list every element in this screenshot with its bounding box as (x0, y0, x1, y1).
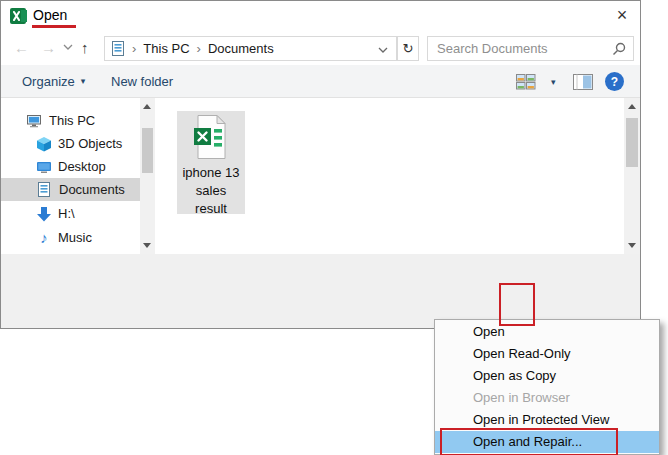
preview-pane-icon[interactable] (573, 74, 593, 90)
sidebar-label: H:\ (58, 206, 75, 221)
search-icon[interactable] (612, 42, 626, 56)
excel-app-icon (10, 7, 28, 25)
dialog-title: Open (33, 7, 67, 23)
scroll-down-icon[interactable] (628, 243, 636, 248)
screenshot-stage: Open × ← → ↑ › This PC (0, 0, 668, 455)
up-icon[interactable]: ↑ (81, 38, 89, 58)
scroll-up-icon[interactable] (628, 104, 636, 109)
breadcrumb-separator: › (132, 41, 136, 56)
sidebar-item-h-drive[interactable]: H:\ (1, 202, 140, 225)
breadcrumb-documents[interactable]: Documents (208, 41, 274, 56)
folder-location-icon (111, 40, 125, 57)
sidebar-label: Documents (59, 182, 125, 197)
file-item-selected[interactable]: iphone 13 sales result (177, 111, 245, 214)
computer-icon (26, 113, 42, 129)
organize-button[interactable]: Organize ▾ (22, 65, 85, 97)
menu-item-open[interactable]: Open (435, 321, 659, 343)
navigation-bar: ← → ↑ › This PC › Documents (1, 31, 640, 65)
open-split-menu: Open Open Read-Only Open as Copy Open in… (434, 319, 660, 455)
sidebar-label: 3D Objects (58, 136, 122, 151)
menu-item-open-in-protected-view[interactable]: Open in Protected View (435, 409, 659, 431)
forward-icon[interactable]: → (41, 38, 56, 58)
scroll-down-icon[interactable] (143, 243, 151, 248)
organize-dropdown-icon: ▾ (81, 76, 86, 86)
sidebar-item-music[interactable]: ♪ Music (1, 226, 140, 249)
cube-icon (36, 136, 52, 152)
document-icon (36, 181, 52, 198)
file-list-scrollbar-thumb[interactable] (626, 118, 638, 167)
recent-locations-chevron-icon[interactable] (63, 44, 73, 50)
back-icon[interactable]: ← (14, 38, 29, 58)
file-name-line: iphone 13 (177, 164, 245, 182)
command-toolbar: Organize ▾ New folder ▾ (1, 65, 640, 98)
breadcrumb-this-pc[interactable]: This PC (143, 41, 189, 56)
music-icon: ♪ (36, 229, 52, 246)
close-button[interactable]: × (607, 2, 637, 29)
drive-arrow-icon (36, 206, 52, 222)
file-name-line: result (177, 200, 245, 218)
refresh-icon: ↻ (403, 41, 414, 56)
menu-item-open-and-repair[interactable]: Open and Repair... (435, 431, 659, 453)
sidebar-item-documents[interactable]: Documents (1, 178, 140, 201)
title-bar: Open × (1, 1, 640, 31)
open-dialog: Open × ← → ↑ › This PC (0, 0, 641, 329)
sidebar-scrollbar-thumb[interactable] (142, 128, 153, 173)
refresh-button[interactable]: ↻ (397, 36, 419, 61)
content-area: This PC 3D Objects (1, 98, 640, 254)
new-folder-label: New folder (111, 74, 173, 89)
scroll-up-icon[interactable] (143, 104, 151, 109)
menu-item-open-as-copy[interactable]: Open as Copy (435, 365, 659, 387)
sidebar-label: Desktop (58, 159, 106, 174)
sidebar-item-3d-objects[interactable]: 3D Objects (1, 132, 140, 155)
sidebar-item-this-pc[interactable]: This PC (1, 109, 140, 132)
search-input[interactable]: Search Documents (427, 36, 634, 61)
sidebar-scrollbar[interactable] (140, 98, 155, 254)
annotation-title-underline (32, 25, 76, 28)
close-icon: × (617, 5, 628, 26)
excel-file-icon (193, 115, 229, 159)
file-name-line: sales (177, 182, 245, 200)
file-list-scrollbar[interactable] (624, 98, 640, 254)
breadcrumb-separator: › (197, 41, 201, 56)
breadcrumb[interactable]: › This PC › Documents (104, 36, 397, 61)
change-view-icon[interactable] (516, 74, 536, 90)
new-folder-button[interactable]: New folder (111, 65, 173, 97)
sidebar-label: This PC (49, 113, 95, 128)
search-placeholder: Search Documents (437, 41, 548, 56)
bottom-panel: File name: iphone 13 sales result All Ex… (1, 254, 640, 328)
help-icon: ? (611, 75, 618, 89)
desktop-icon (36, 159, 52, 175)
menu-item-open-read-only[interactable]: Open Read-Only (435, 343, 659, 365)
organize-label: Organize (22, 74, 75, 89)
sidebar-item-desktop[interactable]: Desktop (1, 155, 140, 178)
help-button[interactable]: ? (605, 72, 624, 91)
sidebar-label: Music (58, 230, 92, 245)
breadcrumb-dropdown-chevron-icon[interactable] (378, 47, 388, 53)
view-dropdown-icon[interactable]: ▾ (551, 77, 556, 87)
menu-item-open-in-browser: Open in Browser (435, 387, 659, 409)
